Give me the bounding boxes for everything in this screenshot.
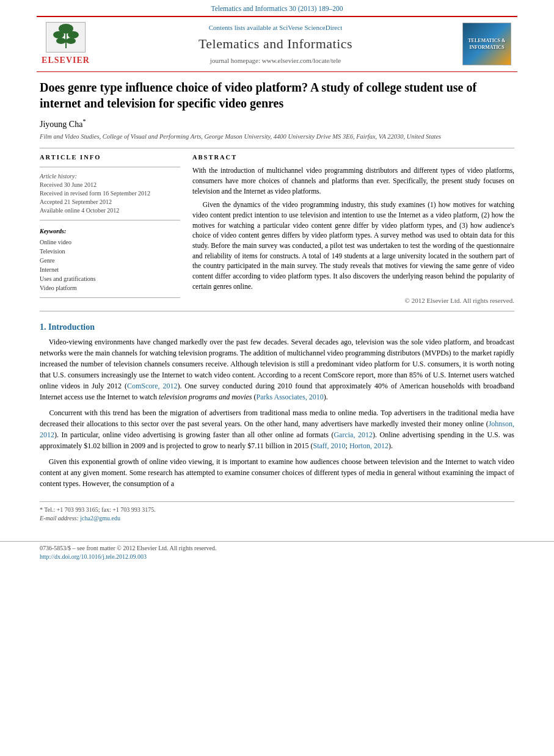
body-paragraph-1: Video-viewing environments have changed … xyxy=(40,336,514,402)
keyword-4: Internet xyxy=(40,266,180,274)
bottom-doi: http://dx.doi.org/10.1016/j.tele.2012.09… xyxy=(40,553,514,561)
keyword-3: Genre xyxy=(40,256,180,265)
keyword-1: Online video xyxy=(40,238,180,247)
journal-ref-text: Telematics and Informatics 30 (2013) 189… xyxy=(211,5,343,12)
body-paragraph-2: Concurrent with this trend has been the … xyxy=(40,407,514,451)
body-paragraph-3: Given this exponential growth of online … xyxy=(40,456,514,489)
keywords-list: Online video Television Genre Internet U… xyxy=(40,238,180,293)
journal-header: ELSEVIER Contents lists available at Sci… xyxy=(37,16,517,72)
svg-point-5 xyxy=(56,38,66,44)
bottom-issn: 0736-5853/$ – see front matter © 2012 El… xyxy=(40,544,514,553)
footnote-area: * Tel.: +1 703 993 3165; fax: +1 703 993… xyxy=(40,501,514,523)
elsevier-text: ELSEVIER xyxy=(42,54,90,67)
divider-after-abstract xyxy=(40,311,514,311)
sciverse-link[interactable]: SciVerse ScienceDirect xyxy=(279,24,342,31)
ref-comscore[interactable]: ComScore, 2012 xyxy=(127,382,178,390)
divider-keywords xyxy=(40,220,180,220)
keywords-section: Keywords: Online video Television Genre … xyxy=(40,225,180,292)
doi-link[interactable]: http://dx.doi.org/10.1016/j.tele.2012.09… xyxy=(40,553,147,560)
abstract-text-2: Given the dynamics of the video programm… xyxy=(192,200,514,291)
divider-1 xyxy=(40,148,514,148)
keyword-6: Video platform xyxy=(40,284,180,293)
history-item-4: Available online 4 October 2012 xyxy=(40,206,180,215)
svg-point-4 xyxy=(68,31,79,38)
author-text: Jiyoung Cha xyxy=(40,119,82,128)
history-item-2: Received in revised form 16 September 20… xyxy=(40,189,180,198)
ref-garcia[interactable]: Garcia, 2012 xyxy=(333,431,373,439)
ref-staff[interactable]: Staff, 2010 xyxy=(313,442,346,450)
footnote-line-2: E-mail address: jcha2@gmu.edu xyxy=(40,514,514,523)
author-name: Jiyoung Cha* xyxy=(40,117,514,130)
ref-johnson[interactable]: Johnson, 2012 xyxy=(40,420,514,439)
journal-homepage: journal homepage: www.elsevier.com/locat… xyxy=(89,56,462,65)
keyword-2: Television xyxy=(40,247,180,256)
history-item-3: Accepted 21 September 2012 xyxy=(40,198,180,206)
two-column-layout: ARTICLE INFO Article history: Received 3… xyxy=(40,153,514,306)
bottom-bar: 0736-5853/$ – see front matter © 2012 El… xyxy=(0,541,554,564)
contents-line: Contents lists available at SciVerse Sci… xyxy=(89,23,462,32)
article-title: Does genre type influence choice of vide… xyxy=(40,79,514,111)
footnote-line-1: * Tel.: +1 703 993 3165; fax: +1 703 993… xyxy=(40,506,514,514)
journal-logo-right: TELEMATICS & INFORMATICS xyxy=(462,23,511,65)
article-history: Article history: Received 30 June 2012 R… xyxy=(40,172,180,215)
elsevier-logo-image xyxy=(46,22,86,53)
article-info-column: ARTICLE INFO Article history: Received 3… xyxy=(40,153,180,306)
journal-logo-text: TELEMATICS & INFORMATICS xyxy=(465,37,508,51)
article-info-header: ARTICLE INFO xyxy=(40,153,180,162)
journal-title: Telematics and Informatics xyxy=(89,35,462,54)
ref-horton[interactable]: Horton, 2012 xyxy=(349,442,388,450)
contents-label: Contents lists available at xyxy=(209,24,278,31)
email-link[interactable]: jcha2@gmu.edu xyxy=(80,515,120,522)
svg-point-3 xyxy=(53,31,64,38)
top-journal-reference: Telematics and Informatics 30 (2013) 189… xyxy=(0,0,554,16)
abstract-column: ABSTRACT With the introduction of multic… xyxy=(192,153,514,306)
svg-point-6 xyxy=(66,38,76,44)
header-center: Contents lists available at SciVerse Sci… xyxy=(89,23,462,66)
copyright-line: © 2012 Elsevier Ltd. All rights reserved… xyxy=(192,296,514,305)
history-item-1: Received 30 June 2012 xyxy=(40,181,180,189)
section1-title: 1. Introduction xyxy=(40,321,514,333)
history-label: Article history: xyxy=(40,172,180,181)
author-sup: * xyxy=(82,118,86,125)
affiliation: Film and Video Studies, College of Visua… xyxy=(40,133,514,142)
abstract-text-1: With the introduction of multichannel vi… xyxy=(192,165,514,196)
ref-parks[interactable]: Parks Associates, 2010 xyxy=(256,393,323,401)
keyword-5: Uses and gratifications xyxy=(40,275,180,283)
main-content: Does genre type influence choice of vide… xyxy=(0,72,554,536)
keywords-label: Keywords: xyxy=(40,228,66,234)
divider-bottom-info xyxy=(40,297,180,298)
abstract-header: ABSTRACT xyxy=(192,153,514,162)
divider-info xyxy=(40,167,180,167)
elsevier-logo: ELSEVIER xyxy=(43,22,89,67)
